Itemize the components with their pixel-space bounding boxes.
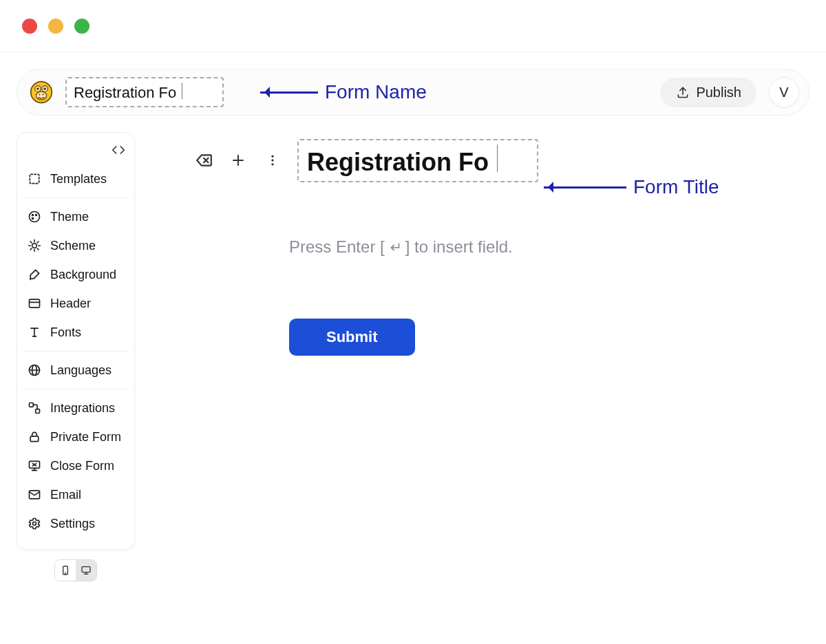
typography-icon (27, 325, 42, 340)
sidebar-item-label: Settings (50, 517, 95, 531)
sidebar-item-close-form[interactable]: Close Form (23, 451, 129, 480)
workflow-icon (27, 400, 42, 416)
form-canvas: Registration Fo Press Enter [ ] to inser… (151, 132, 809, 356)
code-icon[interactable] (111, 142, 126, 158)
backspace-icon[interactable] (194, 151, 213, 170)
submit-button[interactable]: Submit (289, 319, 415, 356)
svg-point-38 (33, 522, 36, 526)
svg-point-10 (30, 212, 40, 222)
lock-icon (27, 429, 42, 444)
svg-rect-23 (30, 299, 40, 308)
sidebar-item-fonts[interactable]: Fonts (23, 318, 129, 347)
desktop-preview-button[interactable] (76, 560, 96, 581)
form-title-input[interactable]: Registration Fo (297, 139, 538, 182)
svg-point-3 (36, 87, 39, 89)
avatar[interactable]: V (769, 77, 799, 107)
window-zoom-dot[interactable] (74, 19, 89, 34)
svg-rect-41 (82, 567, 90, 572)
svg-rect-31 (30, 436, 39, 442)
svg-point-4 (43, 87, 45, 89)
mobile-preview-button[interactable] (55, 560, 76, 581)
form-name-input[interactable]: Registration Fo (65, 77, 224, 107)
monitor-x-icon (27, 458, 42, 473)
window-close-dot[interactable] (22, 19, 37, 34)
svg-rect-9 (30, 174, 39, 183)
sidebar-item-label: Email (50, 488, 81, 502)
sidebar-item-label: Integrations (50, 401, 115, 416)
globe-icon (27, 363, 42, 378)
window-minimize-dot[interactable] (48, 19, 63, 34)
svg-rect-30 (36, 409, 40, 414)
sidebar-item-private-form[interactable]: Private Form (23, 422, 129, 451)
submit-label: Submit (326, 328, 378, 345)
sidebar-item-label: Scheme (50, 239, 96, 253)
svg-point-48 (271, 155, 273, 158)
header-icon (27, 296, 42, 311)
sidebar-item-label: Fonts (50, 325, 81, 340)
sidebar: Templates Theme Scheme Background (17, 132, 135, 581)
svg-line-21 (30, 248, 32, 250)
upload-icon (675, 85, 690, 100)
mail-icon (27, 487, 42, 502)
sidebar-item-label: Templates (50, 172, 107, 186)
svg-point-11 (32, 215, 34, 216)
enter-key-icon (388, 239, 403, 255)
svg-point-12 (36, 215, 37, 216)
svg-point-50 (271, 163, 273, 165)
sidebar-item-header[interactable]: Header (23, 289, 129, 318)
gear-icon (27, 516, 42, 531)
sidebar-item-label: Languages (50, 363, 112, 378)
svg-point-14 (32, 244, 37, 248)
templates-icon (27, 171, 42, 186)
header-bar: Registration Fo Publish V (17, 69, 809, 116)
sidebar-item-scheme[interactable]: Scheme (23, 231, 129, 260)
sidebar-item-label: Private Form (50, 430, 121, 444)
sun-icon (27, 238, 42, 253)
device-toggle (17, 559, 135, 581)
sidebar-item-label: Header (50, 297, 91, 311)
add-field-button[interactable] (229, 151, 248, 170)
app-logo-icon (30, 80, 53, 104)
sidebar-item-label: Background (50, 268, 116, 282)
insert-field-hint: Press Enter [ ] to insert field. (289, 237, 809, 257)
avatar-initial: V (779, 85, 788, 100)
svg-line-19 (30, 242, 32, 243)
sidebar-item-background[interactable]: Background (23, 260, 129, 289)
sidebar-item-email[interactable]: Email (23, 480, 129, 509)
svg-point-6 (39, 94, 40, 95)
palette-icon (27, 209, 42, 224)
more-options-button[interactable] (263, 151, 282, 170)
form-name-value: Registration Fo (74, 84, 176, 101)
publish-label: Publish (696, 85, 741, 100)
hint-prefix: Press Enter [ (289, 237, 385, 257)
brush-icon (27, 267, 42, 282)
window-titlebar (0, 0, 826, 52)
sidebar-item-theme[interactable]: Theme (23, 202, 129, 231)
form-title-value: Registration Fo (307, 148, 489, 176)
publish-button[interactable]: Publish (660, 78, 756, 107)
sidebar-item-integrations[interactable]: Integrations (23, 394, 129, 422)
svg-line-22 (37, 242, 39, 243)
sidebar-item-label: Theme (50, 210, 89, 224)
sidebar-item-templates[interactable]: Templates (23, 164, 129, 193)
svg-point-49 (271, 160, 273, 162)
svg-point-13 (32, 218, 34, 219)
svg-line-20 (37, 248, 39, 250)
hint-suffix: ] to insert field. (405, 237, 513, 257)
sidebar-item-languages[interactable]: Languages (23, 356, 129, 385)
svg-rect-29 (30, 403, 34, 407)
sidebar-item-settings[interactable]: Settings (23, 509, 129, 538)
sidebar-item-label: Close Form (50, 459, 114, 473)
svg-point-7 (42, 94, 43, 95)
